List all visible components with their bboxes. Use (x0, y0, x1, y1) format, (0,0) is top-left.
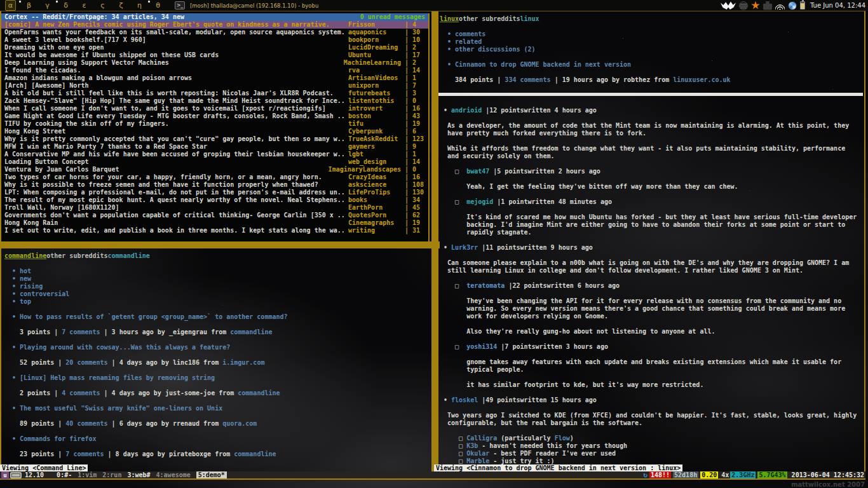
article-title: [Arch] [Awesome] North (4, 82, 346, 90)
article-row[interactable]: The result of my most epic book hunt. A … (1, 196, 428, 204)
plugin-tray-icon[interactable] (763, 1, 772, 10)
article-row[interactable]: When I call someone I don't want to, and… (1, 105, 428, 112)
tmux-window-5[interactable]: 5:demo* (196, 471, 227, 478)
article-row[interactable]: Why is it pretty commonly accepted that … (1, 135, 428, 143)
starburst-tray-icon[interactable] (751, 1, 760, 10)
article-row[interactable]: It would be awesome if Ubuntu shipped on… (1, 51, 428, 59)
article-meta: lgbt| 1 (348, 151, 424, 158)
post-meta: 52 points | 20 comments | 4 days ago by … (1, 359, 431, 367)
tmux-window-2[interactable]: 2:run (102, 471, 121, 478)
battery-icon[interactable] (800, 1, 805, 10)
article-title: Governments don't want a population capa… (4, 212, 346, 219)
blank-line (438, 160, 865, 168)
subreddit-tab[interactable]: commandline (108, 252, 150, 259)
article-row[interactable]: Two types of car horns for your car, a h… (1, 173, 428, 181)
comment-header[interactable]: • floskel |49 pointswritten 15 hours ago (438, 396, 865, 404)
terminal-icon[interactable]: >_ (175, 1, 185, 10)
tmux-window-0[interactable]: 0:#- (57, 471, 72, 478)
post-link[interactable]: • The most useful "Swiss army knife" one… (1, 405, 431, 412)
article-row[interactable]: I found the cicadas.rva| 14 (1, 67, 428, 74)
status-segment-6: 2013-06-04 12:45:32 (790, 471, 865, 478)
article-row[interactable]: Governments don't want a population capa… (1, 212, 428, 219)
article-row[interactable]: Amazon indians making a blowgun and pois… (1, 74, 428, 82)
post-link[interactable]: • Playing around with cowsay...Was this … (1, 344, 431, 351)
pane-divider-horizontal[interactable] (0, 241, 440, 248)
section-link-comments[interactable]: • comments (438, 30, 865, 38)
comment-header[interactable]: □ teratomata |22 pointswritten 6 hours a… (438, 282, 865, 290)
section-link-rising[interactable]: • rising (1, 283, 431, 290)
tmux-window-1[interactable]: 1:vim (78, 471, 97, 478)
comment-header[interactable]: □ yoshi314 |7 pointswritten 3 hours ago (438, 343, 865, 351)
article-subreddit: boston (348, 112, 405, 120)
article-row[interactable]: TIFU by cooking the skin off of my finge… (1, 120, 428, 128)
blank-line (438, 84, 865, 92)
post-link[interactable]: • Commands for firefox (1, 435, 431, 443)
section-link-related[interactable]: • related (438, 38, 865, 46)
section-link-new[interactable]: • new (1, 275, 431, 283)
active-subreddit-tab[interactable]: linux (440, 15, 459, 22)
subreddit-tab[interactable]: linux (520, 15, 539, 22)
blank-line (438, 252, 865, 259)
article-row[interactable]: Why is it possible to freeze semen and t… (1, 181, 428, 189)
blank-line (1, 428, 431, 435)
article-row[interactable]: I set out to write, edit, and publish a … (1, 227, 428, 234)
article-row[interactable]: [Arch] [Awesome] Northunixporn| 7 (1, 82, 428, 90)
workspace-9[interactable]: θ (153, 1, 163, 10)
workspace-3[interactable]: γ (42, 1, 53, 10)
article-row[interactable]: A sweet 3 level bookshelf.[717 X 960]boo… (1, 36, 428, 44)
article-row[interactable]: Game Night at Good Life every Tuesday - … (1, 112, 428, 120)
post-link[interactable]: • [Linux] Help mass renaming files by re… (1, 374, 431, 382)
article-row[interactable]: Troll Wall, Norway [1680X1120]EarthPorn|… (1, 204, 428, 212)
workspace-4[interactable]: δ (60, 1, 71, 10)
article-count: | 16 (405, 173, 424, 181)
clock[interactable]: Tue Jun 04, 12:44 (810, 2, 865, 9)
article-row[interactable]: Zack Hemsey-"Slave" [Hip Hop] The same g… (1, 97, 428, 105)
music-tray-icon[interactable] (739, 1, 748, 10)
article-row[interactable]: MFW I win at Mario Party 7 thanks to a R… (1, 143, 428, 151)
article-row[interactable]: Deep Learning using Support Vector Machi… (1, 59, 428, 67)
tmux-window-4[interactable]: 4:awesome (156, 471, 191, 478)
bird-tray-icon[interactable] (721, 1, 736, 10)
blank-line (438, 99, 865, 107)
article-row[interactable]: [comic] A new Zen Pencils comic using Ro… (1, 21, 428, 29)
comment-header[interactable]: □ mejogid |1 pointwritten 48 minutes ago (438, 198, 865, 206)
article-title: Loading Button Concept (4, 158, 346, 166)
section-link-top[interactable]: • top (1, 298, 431, 306)
cortex-header-title: Cortex -- Reddit/Frontpage: 34 articles,… (4, 13, 184, 21)
comment-header[interactable]: □ bwat47 |5 pointswritten 2 hours ago (438, 168, 865, 175)
workspace-6[interactable]: ς (97, 1, 108, 10)
workspace-8[interactable]: η (134, 1, 145, 10)
comment-list-item[interactable]: □ Calligra (particularly Flow) (438, 435, 865, 442)
wifi-icon[interactable] (775, 4, 785, 10)
article-row[interactable]: LPT: When composing a professional e-mai… (1, 189, 428, 196)
post-link[interactable]: • How to pass results of `getent group <… (1, 313, 431, 321)
comment-list-item[interactable]: □ K3b - haven't needed this for years th… (438, 442, 865, 450)
status-segment-4: 2.3GHz (730, 471, 756, 478)
article-row[interactable]: Ventura by Juan Carlos BarquetImaginaryL… (1, 166, 428, 173)
article-row[interactable]: Loading Button Conceptweb_design| 14 (1, 158, 428, 166)
article-row[interactable]: Dreaming with one eye openLucidDreaming|… (1, 44, 428, 51)
tmux-window-3[interactable]: 3:web# (127, 471, 150, 478)
article-meta: MachineLearning| 2 (344, 59, 424, 67)
section-link-hot[interactable]: • hot (1, 268, 431, 275)
workspace-7[interactable]: ζ (116, 1, 126, 10)
section-link-controversial[interactable]: • controversial (1, 290, 431, 298)
article-row[interactable]: Hong Kong RainCinemagraphs| 19 (1, 219, 428, 227)
top-panel: αβγδεςζηθ >_ [mosh] thallada@camel (192.… (0, 0, 868, 11)
release-version: 12.10 (25, 471, 44, 478)
comment-header[interactable]: • andrioid |12 pointswritten 4 hours ago (438, 107, 865, 114)
post-title-link[interactable]: • Cinnamon to drop GNOME backend in next… (438, 61, 865, 69)
swirl-tray-icon[interactable] (788, 1, 797, 10)
article-row[interactable]: A bit old but i still feel like this is … (1, 90, 428, 97)
workspace-2[interactable]: β (24, 1, 34, 10)
workspace-5[interactable]: ε (79, 1, 90, 10)
comment-header[interactable]: • Lurk3rr |11 pointswritten 9 hours ago (438, 244, 865, 252)
article-row[interactable]: OpenFarms wants your feedback on its sma… (1, 29, 428, 36)
article-row[interactable]: Hong Kong StreetCyberpunk| 6 (1, 128, 428, 135)
section-link-other[interactable]: • other discussions (2) (438, 46, 865, 53)
comment-list-item[interactable]: □ Okular - best PDF reader I've ever use… (438, 450, 865, 458)
active-subreddit-tab[interactable]: commandline (4, 252, 46, 259)
workspace-1[interactable]: α (5, 0, 16, 11)
blank-line (438, 274, 865, 282)
article-row[interactable]: A Conservative MP and his wife have been… (1, 151, 428, 158)
